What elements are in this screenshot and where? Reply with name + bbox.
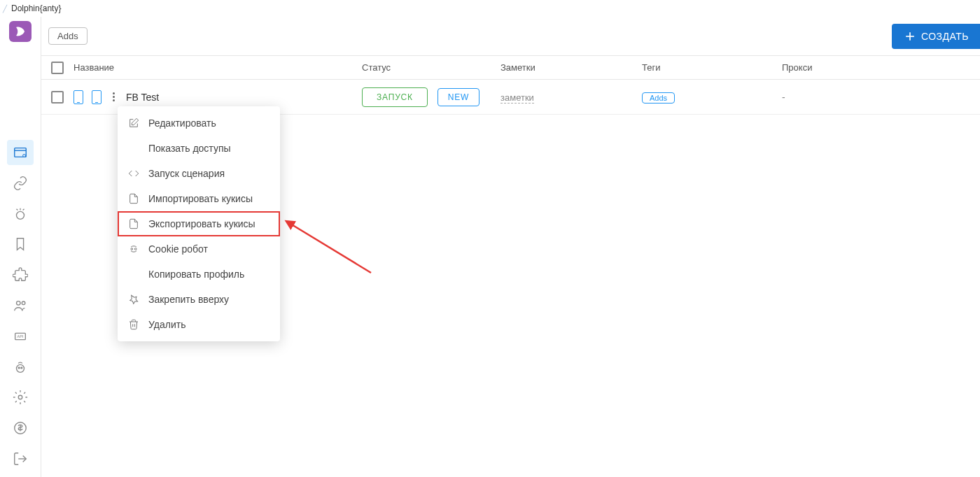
select-all-checkbox[interactable]	[51, 62, 64, 74]
file-icon	[127, 192, 140, 205]
svg-point-19	[134, 248, 136, 250]
window-title: Dolphin{anty}	[11, 3, 61, 13]
svg-point-11	[18, 367, 20, 369]
menu-import-cookies[interactable]: Импортировать кукисы	[118, 186, 280, 211]
column-status: Статус	[362, 62, 500, 73]
trash-icon	[127, 318, 140, 331]
svg-point-6	[16, 301, 20, 306]
svg-point-18	[131, 248, 133, 250]
sidebar-logout[interactable]	[7, 446, 34, 471]
create-button[interactable]: СОЗДАТЬ	[892, 24, 980, 49]
sidebar-automation[interactable]	[7, 355, 34, 380]
notes-link[interactable]: заметки	[500, 92, 534, 104]
context-menu: Редактировать Показать доступы Запуск сц…	[118, 106, 280, 341]
status-badge: NEW	[438, 88, 479, 106]
sidebar-proxies[interactable]	[7, 171, 34, 196]
column-name: Название	[74, 62, 362, 73]
svg-point-7	[22, 301, 25, 305]
sidebar-extensions[interactable]	[7, 262, 34, 287]
menu-edit[interactable]: Редактировать	[118, 111, 280, 136]
app-logo[interactable]	[9, 21, 31, 42]
proxy-value: -	[782, 92, 785, 103]
sidebar: API	[0, 17, 41, 477]
menu-run-scenario[interactable]: Запуск сценария	[118, 161, 280, 186]
sidebar-bookmarks[interactable]	[7, 232, 34, 257]
plus-icon	[903, 29, 917, 43]
sidebar-users[interactable]	[7, 293, 34, 318]
column-notes: Заметки	[500, 62, 642, 73]
svg-point-12	[20, 367, 22, 369]
menu-cookie-robot[interactable]: Cookie робот	[118, 236, 280, 262]
menu-show-access[interactable]: Показать доступы	[118, 136, 280, 161]
window-titlebar: ╱ Dolphin{anty}	[0, 0, 980, 17]
sidebar-api[interactable]: API	[7, 324, 34, 349]
robot-icon	[127, 243, 140, 255]
column-tags: Теги	[642, 62, 782, 73]
sidebar-billing[interactable]	[7, 415, 34, 441]
profile-name: FB Test	[126, 92, 159, 103]
device-icon	[74, 90, 83, 104]
edit-icon	[127, 117, 140, 129]
topbar: Adds СОЗДАТЬ	[41, 17, 980, 56]
sidebar-scenarios[interactable]	[7, 201, 34, 227]
device-icon	[92, 90, 102, 104]
svg-point-5	[16, 211, 24, 219]
code-icon	[127, 167, 140, 180]
row-checkbox[interactable]	[51, 91, 64, 104]
row-menu-button[interactable]	[110, 90, 118, 104]
pin-icon	[127, 293, 140, 306]
column-proxy: Прокси	[782, 62, 980, 73]
table-header: Название Статус Заметки Теги Прокси	[41, 56, 980, 80]
launch-button[interactable]: ЗАПУСК	[362, 87, 428, 107]
svg-point-10	[16, 364, 24, 372]
filter-tag-chip[interactable]: Adds	[48, 27, 88, 45]
svg-text:API: API	[17, 334, 23, 339]
sidebar-settings[interactable]	[7, 385, 34, 411]
tag-badge: Adds	[642, 92, 675, 104]
sidebar-browsers[interactable]	[7, 140, 34, 165]
svg-point-13	[18, 396, 22, 400]
file-icon	[127, 218, 140, 230]
menu-delete[interactable]: Удалить	[118, 312, 280, 337]
menu-export-cookies[interactable]: Экспортировать кукисы	[118, 211, 280, 236]
menu-copy-profile[interactable]: Копировать профиль	[118, 262, 280, 287]
menu-pin-top[interactable]: Закрепить вверху	[118, 287, 280, 312]
